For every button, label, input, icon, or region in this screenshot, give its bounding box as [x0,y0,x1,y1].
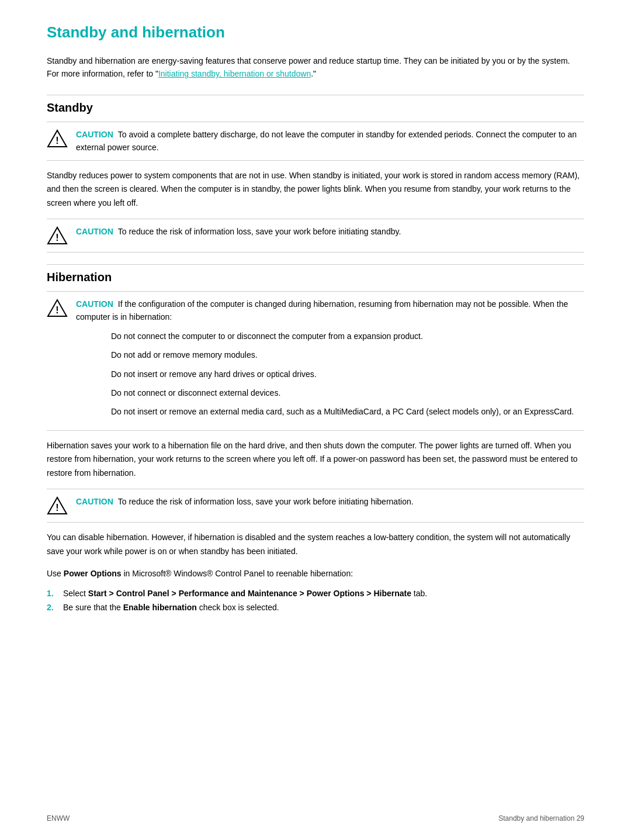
power-options-prefix: Use [47,569,64,578]
page-footer: ENWW Standby and hibernation 29 [47,814,584,822]
power-options-bold: Power Options [64,569,122,578]
step-1: 1. Select Start > Control Panel > Perfor… [47,589,584,598]
svg-text:!: ! [56,503,58,513]
caution-triangle-icon-2: ! [47,225,68,246]
intro-link[interactable]: Initiating standby, hibernation or shutd… [158,69,311,78]
list-item: Do not add or remove memory modules. [111,348,584,361]
step-2-number: 2. [47,603,60,612]
steps-list: 1. Select Start > Control Panel > Perfor… [47,589,584,612]
step-1-number: 1. [47,589,60,598]
standby-caution-1: ! CAUTIONTo avoid a complete battery dis… [47,122,584,161]
page-title: Standby and hibernation [47,23,584,44]
caution-triangle-icon-3: ! [47,298,68,319]
step-1-text: Select Start > Control Panel > Performan… [63,589,427,598]
standby-section: Standby ! CAUTIONTo avoid a complete bat… [47,95,584,253]
step-2-text: Be sure that the Enable hibernation chec… [63,603,279,612]
hibernation-body-text-1: Hibernation saves your work to a hiberna… [47,439,584,481]
standby-caution-2-content: CAUTIONTo reduce the risk of information… [76,225,584,238]
standby-section-title: Standby [47,95,584,115]
intro-text-after: ." [311,69,316,78]
list-item: Do not insert or remove an external medi… [111,405,584,418]
hibernation-body-text-2: You can disable hibernation. However, if… [47,531,584,559]
standby-caution-2-label: CAUTION [76,227,113,236]
hibernation-caution-2-content: CAUTIONTo reduce the risk of information… [76,495,584,508]
list-item: Do not connect the computer to or discon… [111,330,584,343]
footer-left: ENWW [47,814,70,822]
standby-caution-2: ! CAUTIONTo reduce the risk of informati… [47,219,584,253]
hibernation-section: Hibernation ! CAUTIONIf the configuratio… [47,264,584,613]
standby-body-text: Standby reduces power to system componen… [47,169,584,210]
hibernation-caution-1-content: CAUTIONIf the configuration of the compu… [76,298,584,424]
list-item: Do not connect or disconnect external de… [111,386,584,399]
intro-paragraph: Standby and hibernation are energy-savin… [47,54,584,81]
svg-text:!: ! [56,233,58,243]
standby-caution-1-content: CAUTIONTo avoid a complete battery disch… [76,128,584,154]
svg-text:!: ! [56,136,58,146]
caution-triangle-icon-4: ! [47,495,68,516]
list-item: Do not insert or remove any hard drives … [111,368,584,381]
hibernation-section-title: Hibernation [47,264,584,284]
standby-caution-1-text: To avoid a complete battery discharge, d… [76,130,577,152]
step-2: 2. Be sure that the Enable hibernation c… [47,603,584,612]
hibernation-caution-list: Do not connect the computer to or discon… [76,330,584,419]
power-options-suffix: in Microsoft® Windows® Control Panel to … [122,569,353,578]
standby-caution-2-text: To reduce the risk of information loss, … [118,227,401,236]
hibernation-caution-1: ! CAUTIONIf the configuration of the com… [47,291,584,431]
footer-right: Standby and hibernation 29 [498,814,584,822]
standby-caution-1-label: CAUTION [76,130,113,139]
hibernation-caution-2: ! CAUTIONTo reduce the risk of informati… [47,489,584,523]
caution-triangle-icon-1: ! [47,128,68,149]
hibernation-caution-1-text: If the configuration of the computer is … [76,299,568,322]
power-options-text: Use Power Options in Microsoft® Windows®… [47,567,584,581]
hibernation-caution-1-label: CAUTION [76,299,113,309]
hibernation-caution-2-text: To reduce the risk of information loss, … [118,497,414,506]
hibernation-caution-2-label: CAUTION [76,497,113,506]
svg-text:!: ! [56,305,58,315]
